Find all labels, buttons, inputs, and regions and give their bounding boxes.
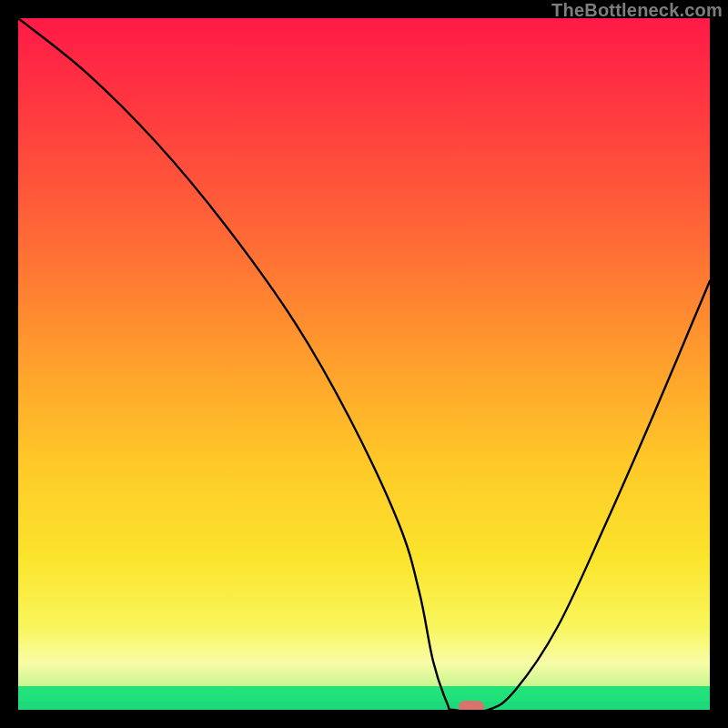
bottleneck-curve — [18, 18, 710, 710]
attribution-watermark: TheBottleneck.com — [551, 0, 723, 20]
chart-frame: TheBottleneck.com — [0, 0, 728, 728]
plot-area — [18, 18, 710, 710]
optimal-point-marker — [459, 701, 484, 710]
curve-path — [18, 18, 710, 710]
